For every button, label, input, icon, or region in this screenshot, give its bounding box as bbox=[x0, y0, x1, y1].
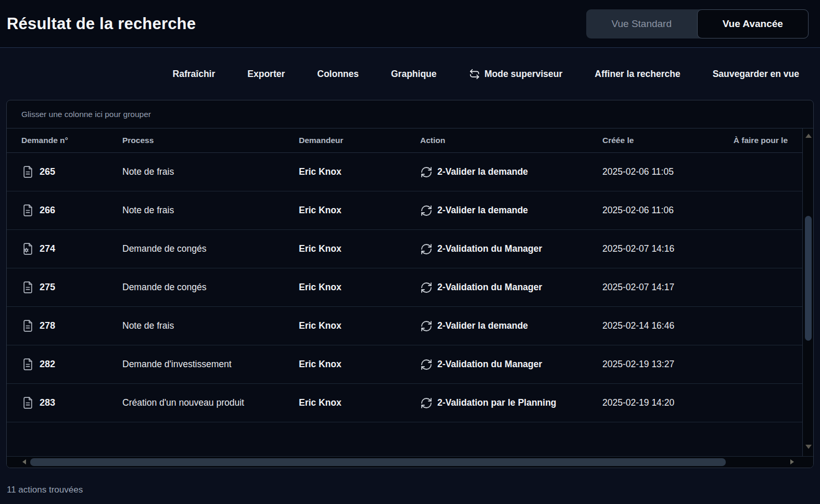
requester-cell: Eric Knox bbox=[299, 397, 420, 408]
action-label: 2-Valider la demande bbox=[437, 205, 528, 216]
process-cell: Demande d'investissement bbox=[122, 359, 299, 370]
results-count: 11 actions trouvées bbox=[7, 485, 820, 495]
refine-search-button[interactable]: Affiner la recherche bbox=[595, 69, 680, 80]
process-cell: Demande de congés bbox=[122, 243, 299, 254]
document-icon bbox=[21, 396, 34, 410]
table-empty-space bbox=[7, 422, 802, 456]
action-cell: 2-Validation du Manager bbox=[420, 281, 602, 294]
app-header: Résultat de la recherche Vue Standard Vu… bbox=[0, 0, 820, 48]
refresh-icon bbox=[420, 320, 433, 332]
action-cell: 2-Validation du Manager bbox=[420, 243, 602, 255]
table-row[interactable]: 275 Demande de congés Eric Knox bbox=[7, 268, 802, 307]
column-header-a-faire-pour-le[interactable]: À faire pour le bbox=[725, 136, 802, 145]
save-view-label: Sauvegarder en vue bbox=[713, 69, 799, 80]
action-label: 2-Validation du Manager bbox=[437, 359, 542, 370]
table-row[interactable]: 282 Demande d'investissement Eric Knox bbox=[7, 345, 802, 384]
created-date-cell: 2025-02-07 14:17 bbox=[602, 282, 725, 293]
refresh-button-label: Rafraîchir bbox=[173, 69, 216, 80]
table-row[interactable]: 278 Note de frais Eric Knox bbox=[7, 307, 802, 345]
action-label: 2-Valider la demande bbox=[437, 166, 528, 177]
request-id: 266 bbox=[40, 205, 55, 216]
columns-button-label: Colonnes bbox=[317, 69, 359, 80]
scroll-up-arrow-icon[interactable] bbox=[805, 134, 812, 138]
requester-cell: Eric Knox bbox=[299, 282, 420, 293]
horizontal-scrollbar[interactable] bbox=[7, 456, 813, 468]
requester-cell: Eric Knox bbox=[299, 359, 420, 370]
export-button-label: Exporter bbox=[247, 69, 285, 80]
refresh-button[interactable]: Rafraîchir bbox=[173, 69, 216, 80]
page-title: Résultat de la recherche bbox=[7, 15, 196, 33]
scroll-left-arrow-icon[interactable] bbox=[22, 459, 26, 464]
view-toggle: Vue Standard Vue Avancée bbox=[586, 9, 809, 38]
table-content: Demande n° Process Demandeur Action Créé… bbox=[7, 128, 802, 456]
column-header-creee-le[interactable]: Créée le bbox=[602, 136, 725, 145]
column-header-process[interactable]: Process bbox=[122, 136, 299, 145]
document-icon bbox=[21, 203, 34, 217]
refresh-icon bbox=[420, 281, 433, 294]
vertical-scrollbar[interactable] bbox=[802, 128, 813, 456]
refresh-icon bbox=[420, 166, 433, 178]
action-label: 2-Validation du Manager bbox=[437, 282, 542, 293]
action-label: 2-Validation du Manager bbox=[437, 243, 542, 254]
requester-cell: Eric Knox bbox=[299, 205, 420, 216]
group-hint-text: Glisser une colonne ici pour grouper bbox=[21, 110, 151, 119]
vertical-scrollbar-thumb[interactable] bbox=[805, 216, 812, 341]
table-area: Demande n° Process Demandeur Action Créé… bbox=[7, 128, 813, 456]
table-body: 265 Note de frais Eric Knox bbox=[7, 153, 802, 422]
save-view-button[interactable]: Sauvegarder en vue bbox=[713, 69, 799, 80]
created-date-cell: 2025-02-14 16:46 bbox=[602, 320, 725, 331]
table-row[interactable]: 266 Note de frais Eric Knox bbox=[7, 191, 802, 230]
scroll-down-arrow-icon[interactable] bbox=[805, 445, 812, 449]
chart-button[interactable]: Graphique bbox=[391, 69, 437, 80]
view-standard-button[interactable]: Vue Standard bbox=[586, 9, 697, 38]
request-id: 265 bbox=[40, 166, 55, 177]
action-label: 2-Valider la demande bbox=[437, 320, 528, 331]
document-icon bbox=[21, 319, 34, 333]
table-row[interactable]: 274 Demande de congés Eric Knox bbox=[7, 230, 802, 268]
document-icon bbox=[21, 357, 34, 371]
column-header-action[interactable]: Action bbox=[420, 136, 602, 145]
column-header-demande[interactable]: Demande n° bbox=[7, 136, 122, 145]
column-header-demandeur[interactable]: Demandeur bbox=[299, 136, 420, 145]
action-cell: 2-Validation par le Planning bbox=[420, 397, 602, 409]
request-id-cell: 274 bbox=[7, 242, 122, 256]
process-cell: Note de frais bbox=[122, 205, 299, 216]
supervisor-mode-button[interactable]: Mode superviseur bbox=[469, 69, 563, 80]
action-label: 2-Validation par le Planning bbox=[437, 397, 557, 408]
process-cell: Demande de congés bbox=[122, 282, 299, 293]
document-gear-icon bbox=[21, 242, 34, 256]
action-cell: 2-Valider la demande bbox=[420, 320, 602, 332]
refresh-icon bbox=[420, 204, 433, 217]
scroll-right-arrow-icon[interactable] bbox=[790, 459, 794, 464]
table-row[interactable]: 265 Note de frais Eric Knox bbox=[7, 153, 802, 191]
request-id-cell: 275 bbox=[7, 280, 122, 294]
request-id-cell: 278 bbox=[7, 319, 122, 333]
supervisor-mode-label: Mode superviseur bbox=[485, 69, 563, 80]
created-date-cell: 2025-02-19 13:27 bbox=[602, 359, 725, 370]
table-header-row: Demande n° Process Demandeur Action Créé… bbox=[7, 128, 802, 153]
view-advanced-button[interactable]: Vue Avancée bbox=[697, 9, 809, 38]
request-id-cell: 282 bbox=[7, 357, 122, 371]
chart-button-label: Graphique bbox=[391, 69, 437, 80]
request-id: 278 bbox=[40, 320, 55, 331]
request-id-cell: 265 bbox=[7, 165, 122, 179]
request-id: 274 bbox=[40, 243, 55, 254]
toolbar: Rafraîchir Exporter Colonnes Graphique M… bbox=[0, 48, 820, 100]
document-icon bbox=[21, 165, 34, 179]
refine-search-label: Affiner la recherche bbox=[595, 69, 680, 80]
process-cell: Création d'un nouveau produit bbox=[122, 397, 299, 408]
export-button[interactable]: Exporter bbox=[247, 69, 285, 80]
refresh-icon bbox=[420, 397, 433, 409]
refresh-icon bbox=[420, 358, 433, 371]
action-cell: 2-Valider la demande bbox=[420, 166, 602, 178]
request-id-cell: 266 bbox=[7, 203, 122, 217]
created-date-cell: 2025-02-19 14:20 bbox=[602, 397, 725, 408]
horizontal-scrollbar-thumb[interactable] bbox=[30, 458, 726, 466]
created-date-cell: 2025-02-06 11:05 bbox=[602, 166, 725, 177]
created-date-cell: 2025-02-07 14:16 bbox=[602, 243, 725, 254]
group-drop-zone[interactable]: Glisser une colonne ici pour grouper bbox=[7, 100, 813, 128]
columns-button[interactable]: Colonnes bbox=[317, 69, 359, 80]
refresh-icon bbox=[420, 243, 433, 255]
requester-cell: Eric Knox bbox=[299, 243, 420, 254]
table-row[interactable]: 283 Création d'un nouveau produit Eric K… bbox=[7, 384, 802, 422]
